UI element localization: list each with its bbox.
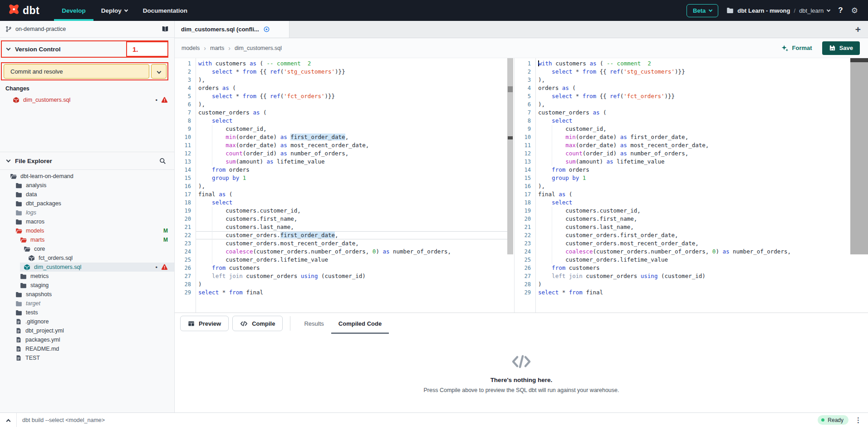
code-line[interactable]: final as ( xyxy=(536,190,868,199)
tree-item-data[interactable]: data xyxy=(0,190,174,199)
code-line[interactable]: customers.last_name, xyxy=(196,223,507,231)
changed-file-row[interactable]: dim_customers.sql • xyxy=(0,94,174,105)
left-pane-scrollbar[interactable] xyxy=(507,58,513,254)
collapse-chevron-up-icon[interactable] xyxy=(0,417,16,423)
code-line[interactable]: sum(amount) as lifetime_value xyxy=(536,158,868,166)
book-icon[interactable] xyxy=(162,25,169,33)
preview-button[interactable]: Preview xyxy=(180,316,229,331)
code-line[interactable]: customers.first_name, xyxy=(536,215,868,223)
code-line[interactable]: select xyxy=(536,117,868,125)
tree-item-analysis[interactable]: analysis xyxy=(0,181,174,190)
tree-item-fct-orders-sql[interactable]: fct_orders.sql xyxy=(0,253,174,263)
code-line[interactable]: max(order_date) as most_recent_order_dat… xyxy=(196,141,507,149)
code-line[interactable]: ), xyxy=(536,182,868,190)
tree-item-staging[interactable]: staging xyxy=(0,281,174,290)
code-pane-right[interactable]: 1234567891011121314151617181920212223242… xyxy=(514,58,868,313)
code-line[interactable]: select xyxy=(196,117,507,125)
code-line[interactable]: orders as ( xyxy=(196,84,507,92)
account-switcher[interactable]: dbt Learn - mwong / dbt_learn xyxy=(726,7,830,14)
code-line[interactable]: select * from {{ ref('stg_customers')}} xyxy=(196,68,507,76)
code-line[interactable]: max(order_date) as most_recent_order_dat… xyxy=(536,141,868,149)
settings-gear-icon[interactable]: ⚙ xyxy=(851,6,858,15)
code-line[interactable]: customer_orders as ( xyxy=(536,109,868,117)
code-line[interactable]: group by 1 xyxy=(196,174,507,182)
kebab-menu-icon[interactable]: ⋮ xyxy=(855,416,866,424)
code-line[interactable]: ) xyxy=(536,280,868,288)
code-line[interactable]: final as ( xyxy=(196,190,507,199)
help-icon[interactable]: ? xyxy=(838,6,843,15)
tree-item-metrics[interactable]: metrics xyxy=(0,272,174,281)
code-line[interactable]: customer_orders.most_recent_order_date, xyxy=(536,239,868,248)
code-line[interactable]: orders as ( xyxy=(536,84,868,92)
code-line[interactable]: left join customer_orders using (custome… xyxy=(196,272,507,280)
code-line[interactable]: customer_orders.first_order_date, xyxy=(196,231,507,239)
nav-documentation[interactable]: Documentation xyxy=(135,0,195,21)
tree-item-tests[interactable]: tests xyxy=(0,308,174,317)
code-line[interactable]: customer_orders.first_order_date, xyxy=(536,231,868,239)
commit-dropdown-button[interactable] xyxy=(151,64,167,79)
tree-item-test[interactable]: TEST xyxy=(0,353,174,362)
tree-item--gitignore[interactable]: .gitignore xyxy=(0,317,174,326)
code-line[interactable]: left join customer_orders using (custome… xyxy=(536,272,868,280)
code-line[interactable]: customers.last_name, xyxy=(536,223,868,231)
dbt-logo[interactable]: dbt xyxy=(0,4,48,18)
tab-results[interactable]: Results xyxy=(297,313,331,334)
code-line[interactable]: select * from {{ ref('stg_customers')}} xyxy=(536,68,868,76)
code-line[interactable]: customer_orders as ( xyxy=(196,109,507,117)
code-line[interactable]: customers.customer_id, xyxy=(196,207,507,215)
tree-item-dbt-packages[interactable]: dbt_packages xyxy=(0,199,174,208)
tree-item-dim-customers-sql[interactable]: dim_customers.sql• xyxy=(0,263,174,272)
code-line[interactable]: group by 1 xyxy=(536,174,868,182)
code-line[interactable]: from customers xyxy=(196,264,507,272)
code-line[interactable]: with customers as ( -- comment 2 xyxy=(196,60,507,68)
nav-develop[interactable]: Develop xyxy=(54,0,93,21)
code-content[interactable]: with customers as ( -- comment 2 select … xyxy=(536,58,868,313)
tree-item-models[interactable]: modelsM xyxy=(0,226,174,235)
tree-item-dbt-project-yml[interactable]: dbt_project.yml xyxy=(0,326,174,335)
code-line[interactable]: count(order_id) as number_of_orders, xyxy=(196,149,507,158)
right-pane-scrollbar[interactable] xyxy=(850,58,868,254)
code-line[interactable]: coalesce(customer_orders.number_of_order… xyxy=(196,248,507,256)
code-line[interactable]: ) xyxy=(196,280,507,288)
git-branch-row[interactable]: on-demand-practice xyxy=(0,21,174,38)
code-line[interactable]: customer_id, xyxy=(536,125,868,133)
code-line[interactable]: from orders xyxy=(536,166,868,174)
code-line[interactable]: min(order_date) as first_order_date, xyxy=(196,133,507,141)
code-line[interactable]: select xyxy=(196,199,507,207)
code-line[interactable]: ), xyxy=(536,76,868,84)
code-line[interactable]: customers.customer_id, xyxy=(536,207,868,215)
code-line[interactable]: min(order_date) as first_order_date, xyxy=(536,133,868,141)
tree-item-core[interactable]: core xyxy=(0,244,174,253)
code-line[interactable]: ), xyxy=(196,76,507,84)
code-line[interactable]: ), xyxy=(196,100,507,109)
breadcrumb-marts[interactable]: marts xyxy=(210,45,224,51)
tree-item-packages-yml[interactable]: packages.yml xyxy=(0,335,174,344)
code-line[interactable]: select * from final xyxy=(536,288,868,297)
code-line[interactable]: select xyxy=(536,199,868,207)
tree-item-snapshots[interactable]: snapshots xyxy=(0,290,174,299)
tab-dim-customers[interactable]: dim_customers.sql (confli... xyxy=(175,21,289,38)
tree-item-marts[interactable]: martsM xyxy=(0,235,174,244)
code-line[interactable]: sum(amount) as lifetime_value xyxy=(196,158,507,166)
tree-item-target[interactable]: target xyxy=(0,299,174,308)
code-line[interactable]: with customers as ( -- comment 2 xyxy=(536,60,868,68)
tree-item-logs[interactable]: logs xyxy=(0,208,174,217)
code-line[interactable]: customer_orders.lifetime_value xyxy=(536,256,868,264)
dbt-command-input[interactable]: dbt build --select <model_name> xyxy=(22,417,818,423)
commit-and-resolve-button[interactable]: Commit and resolve xyxy=(4,64,149,79)
code-line[interactable]: from orders xyxy=(196,166,507,174)
tree-item-macros[interactable]: macros xyxy=(0,217,174,226)
search-icon[interactable] xyxy=(159,158,174,164)
compile-button[interactable]: Compile xyxy=(232,316,283,331)
breadcrumb-models[interactable]: models xyxy=(181,45,200,51)
code-line[interactable]: coalesce(customer_orders.number_of_order… xyxy=(536,248,868,256)
tree-item-dbt-learn-on-demand[interactable]: dbt-learn-on-demand xyxy=(0,172,174,181)
format-button[interactable]: Format xyxy=(781,45,812,52)
beta-dropdown[interactable]: Beta xyxy=(687,4,718,17)
breadcrumb-file[interactable]: dim_customers.sql xyxy=(235,45,282,51)
code-line[interactable]: ), xyxy=(196,182,507,190)
code-line[interactable]: ), xyxy=(536,100,868,109)
code-line[interactable]: count(order_id) as number_of_orders, xyxy=(536,149,868,158)
code-line[interactable]: customer_orders.most_recent_order_date, xyxy=(196,239,507,248)
code-line[interactable]: customer_id, xyxy=(196,125,507,133)
